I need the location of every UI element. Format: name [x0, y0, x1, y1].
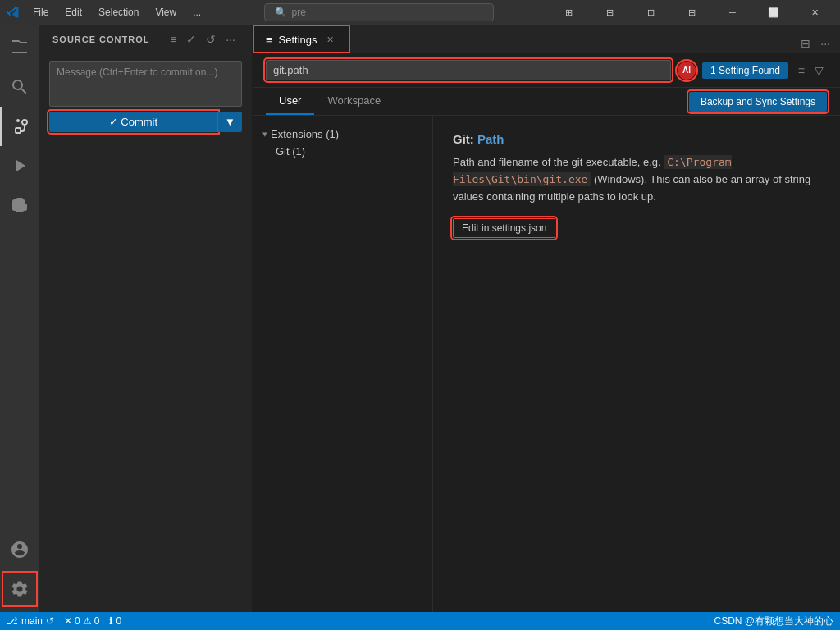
info-count: 0 [116, 615, 121, 627]
tree-item-git[interactable]: Git (1) [259, 143, 426, 160]
titlebar-search-value: pre [292, 7, 306, 18]
sidebar-header-actions: ≡ ✓ ↺ ··· [167, 31, 239, 48]
sidebar-refresh-btn[interactable]: ↺ [203, 31, 219, 48]
activity-item-source-control[interactable] [0, 107, 39, 146]
editor-area: ≡ Settings ✕ ⊟ ··· AI 1 Setting Found ≡ … [253, 25, 840, 612]
activity-item-explorer[interactable] [0, 28, 39, 67]
settings-search-result: 1 Setting Found [702, 62, 788, 79]
status-right: CSDN @有颗想当大神的心 [714, 614, 833, 628]
titlebar-left: File Edit Selection View ... [7, 5, 208, 20]
settings-filter-list-btn[interactable]: ≡ [795, 62, 808, 79]
branch-icon: ⎇ [7, 615, 18, 627]
menu-more[interactable]: ... [186, 5, 208, 20]
sidebar-check-btn[interactable]: ✓ [183, 31, 199, 48]
tab-bar: ≡ Settings ✕ ⊟ ··· [253, 25, 840, 53]
menu-file[interactable]: File [26, 5, 55, 20]
customize-btn[interactable]: ⊞ [673, 0, 710, 25]
warning-count: 0 [94, 615, 100, 627]
watermark-text: CSDN @有颗想当大神的心 [714, 614, 833, 628]
status-info[interactable]: ℹ 0 [109, 615, 121, 627]
activity-item-account[interactable] [0, 530, 39, 569]
settings-detail: Git: Path Path and filename of the git e… [433, 116, 840, 612]
backup-sync-button[interactable]: Backup and Sync Settings [689, 92, 827, 112]
tab-bar-actions: ⊟ ··· [791, 34, 840, 53]
sidebar: SOURCE CONTROL ≡ ✓ ↺ ··· Message (Ctrl+E… [39, 25, 253, 612]
settings-tree: ▾ Extensions (1) Git (1) [253, 116, 433, 612]
minimize-btn[interactable]: ─ [714, 0, 751, 25]
settings-tab-user[interactable]: User [266, 88, 314, 115]
info-icon: ℹ [109, 615, 113, 627]
setting-desc-text1: Path and filename of the git executable,… [453, 156, 664, 168]
settings-body: ▾ Extensions (1) Git (1) Git: Path Path … [253, 116, 840, 612]
error-icon: ✕ [64, 615, 72, 627]
main-container: SOURCE CONTROL ≡ ✓ ↺ ··· Message (Ctrl+E… [0, 25, 840, 612]
settings-tabs: User Workspace Backup and Sync Settings [253, 88, 840, 116]
edit-settings-json-button[interactable]: Edit in settings.json [453, 218, 555, 238]
titlebar-controls: ⊞ ⊟ ⊡ ⊞ ─ ⬜ ✕ [550, 0, 833, 25]
commit-btn-row: ✓ Commit ▼ [49, 112, 242, 132]
settings-search-icons: ≡ ▽ [795, 62, 827, 79]
settings-tab-close[interactable]: ✕ [324, 34, 336, 46]
commit-message-area[interactable]: Message (Ctrl+Enter to commit on...) [49, 61, 242, 107]
titlebar: File Edit Selection View ... 🔍 pre ⊞ ⊟ ⊡… [0, 0, 840, 25]
activity-bar [0, 25, 39, 612]
split-btn[interactable]: ⊟ [591, 0, 628, 25]
run-debug-icon [10, 156, 30, 176]
ai-badge: AI [678, 62, 696, 80]
tab-settings[interactable]: ≡ Settings ✕ [253, 25, 350, 53]
account-icon [10, 540, 30, 559]
settings-search-bar: AI 1 Setting Found ≡ ▽ [253, 53, 840, 88]
commit-label: ✓ Commit [109, 116, 158, 128]
setting-description: Path and filename of the git executable,… [453, 154, 820, 205]
activity-item-search[interactable] [0, 67, 39, 107]
commit-dropdown-button[interactable]: ▼ [217, 112, 242, 132]
commit-message-placeholder: Message (Ctrl+Enter to commit on...) [57, 66, 217, 78]
settings-search-input[interactable] [266, 60, 671, 80]
close-btn[interactable]: ✕ [796, 0, 833, 25]
setting-title-key: Path [477, 132, 504, 146]
settings-filter-btn[interactable]: ▽ [811, 62, 827, 79]
restore-btn[interactable]: ⬜ [755, 0, 792, 25]
layout-btn[interactable]: ⊞ [550, 0, 587, 25]
warning-icon: ⚠ [83, 615, 92, 627]
menu-edit[interactable]: Edit [58, 5, 89, 20]
settings-tab-icon: ≡ [266, 34, 272, 46]
setting-title-prefix: Git: [453, 132, 477, 146]
branch-name: main [21, 615, 43, 627]
more-actions-btn[interactable]: ··· [817, 34, 833, 53]
chevron-down-icon: ▾ [262, 129, 267, 139]
menu-selection[interactable]: Selection [92, 5, 145, 20]
sidebar-header: SOURCE CONTROL ≡ ✓ ↺ ··· [39, 25, 252, 54]
setting-title: Git: Path [453, 132, 820, 146]
titlebar-search: 🔍 pre [208, 3, 550, 21]
panels-btn[interactable]: ⊡ [632, 0, 669, 25]
activity-item-run-debug[interactable] [0, 146, 39, 185]
settings-container: AI 1 Setting Found ≡ ▽ User Workspace Ba… [253, 53, 840, 612]
menu-view[interactable]: View [148, 5, 183, 20]
activity-item-settings[interactable] [0, 569, 39, 609]
vscode-logo-icon [7, 6, 20, 19]
status-branch[interactable]: ⎇ main ↺ [7, 615, 54, 627]
tree-group-extensions: ▾ Extensions (1) Git (1) [259, 126, 426, 160]
activity-bottom [0, 530, 39, 612]
sidebar-menu-btn[interactable]: ≡ [167, 31, 180, 48]
activity-item-extensions[interactable] [0, 185, 39, 225]
sidebar-more-btn[interactable]: ··· [222, 31, 239, 48]
tree-group-label-extensions: Extensions (1) [271, 128, 339, 140]
commit-button[interactable]: ✓ Commit [49, 112, 217, 132]
search-activity-icon [10, 77, 30, 97]
error-count: 0 [75, 615, 80, 627]
split-editor-btn[interactable]: ⊟ [797, 34, 814, 53]
status-errors[interactable]: ✕ 0 ⚠ 0 [64, 615, 99, 627]
status-bar: ⎇ main ↺ ✕ 0 ⚠ 0 ℹ 0 CSDN @有颗想当大神的心 [0, 612, 840, 630]
explorer-icon [10, 38, 30, 57]
source-control-icon [11, 116, 30, 136]
sync-icon: ↺ [46, 615, 54, 627]
titlebar-menu: File Edit Selection View ... [26, 5, 208, 20]
titlebar-search-box[interactable]: 🔍 pre [264, 3, 494, 21]
settings-tab-label: Settings [279, 34, 317, 46]
settings-tab-workspace[interactable]: Workspace [314, 88, 394, 115]
settings-gear-icon [10, 579, 30, 599]
search-icon: 🔍 [275, 7, 287, 18]
tree-group-header-extensions[interactable]: ▾ Extensions (1) [259, 126, 426, 143]
